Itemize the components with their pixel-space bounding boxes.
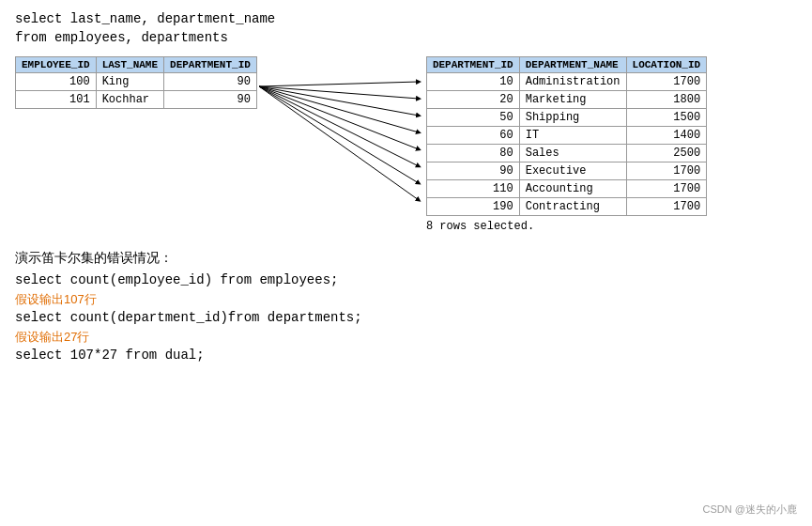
left-table-container: EMPLOYEE_ID LAST_NAME DEPARTMENT_ID 100 … — [15, 56, 257, 109]
sql-header: select last_name, department_name from e… — [15, 11, 797, 45]
dept-name-cell: Accounting — [519, 180, 626, 198]
sql2-line1: select count(employee_id) from employees… — [15, 272, 797, 287]
location-id-cell: 1700 — [626, 180, 707, 198]
join-arrows — [257, 56, 426, 244]
dept-id-cell: 80 — [426, 145, 519, 162]
table-row: 190 Contracting 1700 — [426, 198, 706, 216]
dept-id-cell: 50 — [426, 109, 519, 127]
svg-line-5 — [259, 86, 419, 149]
svg-line-2 — [259, 86, 419, 99]
table-row: 100 King 90 — [16, 73, 257, 91]
col-dept-id: DEPARTMENT_ID — [426, 57, 519, 73]
col-dept-name: DEPARTMENT_NAME — [519, 57, 626, 73]
sql-line2: from employees, departments — [15, 30, 797, 45]
tables-area: EMPLOYEE_ID LAST_NAME DEPARTMENT_ID 100 … — [15, 56, 797, 233]
location-id-cell: 1700 — [626, 162, 707, 180]
col-last-name: LAST_NAME — [96, 57, 163, 73]
dept-name-cell: Administration — [519, 73, 626, 91]
dept-id-cell: 190 — [426, 198, 519, 216]
svg-line-6 — [259, 86, 419, 166]
location-id-cell: 1800 — [626, 91, 707, 109]
right-section-container: DEPARTMENT_ID DEPARTMENT_NAME LOCATION_I… — [426, 56, 707, 233]
watermark: CSDN @迷失的小鹿 — [703, 503, 797, 517]
last-name-cell: Kochhar — [96, 91, 163, 109]
dept-id-cell: 90 — [164, 91, 257, 109]
table-row: 110 Accounting 1700 — [426, 180, 706, 198]
col-employee-id: EMPLOYEE_ID — [16, 57, 97, 73]
page-container: select last_name, department_name from e… — [15, 11, 797, 363]
dept-name-cell: IT — [519, 127, 626, 145]
svg-line-8 — [259, 86, 419, 200]
dept-name-cell: Shipping — [519, 109, 626, 127]
dept-id-cell: 60 — [426, 127, 519, 145]
employee-id-cell: 101 — [16, 91, 97, 109]
dept-name-cell: Executive — [519, 162, 626, 180]
dept-name-cell: Contracting — [519, 198, 626, 216]
sql2-line3: select 107*27 from dual; — [15, 348, 797, 363]
col-department-id: DEPARTMENT_ID — [164, 57, 257, 73]
dept-id-cell: 110 — [426, 180, 519, 198]
dept-id-cell: 90 — [164, 73, 257, 91]
location-id-cell: 2500 — [626, 145, 707, 162]
sql2-comment1: 假设输出107行 — [15, 291, 797, 308]
svg-line-4 — [259, 86, 419, 132]
table-row: 60 IT 1400 — [426, 127, 706, 145]
table-row: 50 Shipping 1500 — [426, 109, 706, 127]
employee-id-cell: 100 — [16, 73, 97, 91]
dept-id-cell: 90 — [426, 162, 519, 180]
rows-selected: 8 rows selected. — [426, 220, 707, 233]
location-id-cell: 1700 — [626, 198, 707, 216]
dept-id-cell: 10 — [426, 73, 519, 91]
svg-line-1 — [259, 82, 419, 86]
dept-name-cell: Marketing — [519, 91, 626, 109]
sql2-comment2: 假设输出27行 — [15, 329, 797, 346]
location-id-cell: 1400 — [626, 127, 707, 145]
departments-table: DEPARTMENT_ID DEPARTMENT_NAME LOCATION_I… — [426, 56, 707, 216]
table-row: 101 Kochhar 90 — [16, 91, 257, 109]
last-name-cell: King — [96, 73, 163, 91]
col-location-id: LOCATION_ID — [626, 57, 707, 73]
dept-id-cell: 20 — [426, 91, 519, 109]
table-row: 20 Marketing 1800 — [426, 91, 706, 109]
employees-table: EMPLOYEE_ID LAST_NAME DEPARTMENT_ID 100 … — [15, 56, 257, 109]
location-id-cell: 1700 — [626, 73, 707, 91]
location-id-cell: 1500 — [626, 109, 707, 127]
section-label: 演示笛卡尔集的错误情况： — [15, 250, 797, 267]
dept-name-cell: Sales — [519, 145, 626, 162]
table-row: 80 Sales 2500 — [426, 145, 706, 162]
sql2-block: select count(employee_id) from employees… — [15, 272, 797, 363]
bottom-section: 演示笛卡尔集的错误情况： select count(employee_id) f… — [15, 250, 797, 363]
sql2-line2: select count(department_id)from departme… — [15, 310, 797, 325]
table-row: 10 Administration 1700 — [426, 73, 706, 91]
table-row: 90 Executive 1700 — [426, 162, 706, 180]
sql-line1: select last_name, department_name — [15, 11, 797, 26]
